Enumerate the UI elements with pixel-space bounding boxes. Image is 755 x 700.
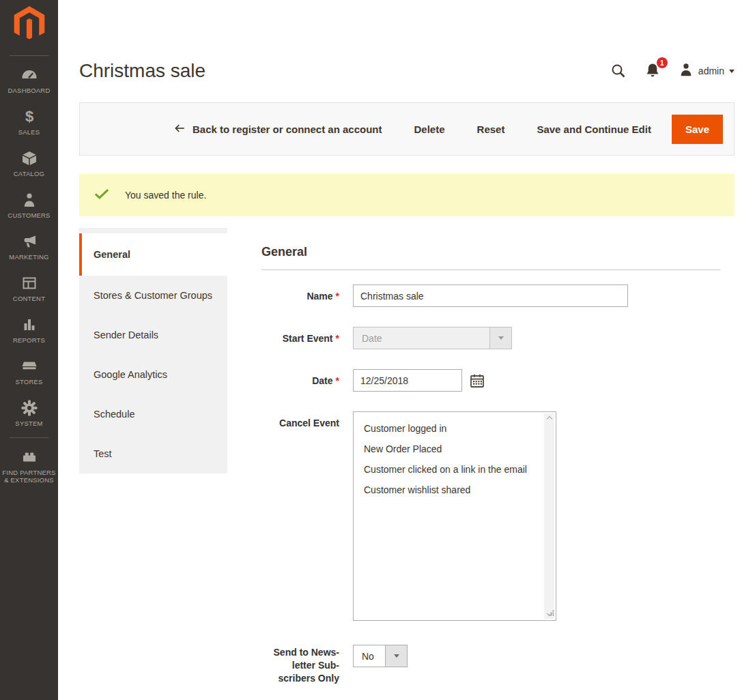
sidebar-item-label: SALES [2,128,56,136]
svg-text:$: $ [25,108,33,125]
content-icon [2,275,56,291]
date-field[interactable] [353,369,462,392]
start-event-select: Date [353,327,512,349]
admin-account-menu[interactable]: admin [679,62,735,80]
sidebar-divider [10,55,48,56]
sidebar-item-stores[interactable]: STORES [0,351,58,393]
multiselect-option[interactable]: Customer clicked on a link in the email [364,459,539,480]
back-button-label: Back to register or connect an account [193,123,382,135]
form-body: Name* Start Event* Date [261,270,735,685]
cancel-event-label: Cancel Event [261,411,339,621]
start-event-label: Start Event* [261,327,339,349]
sidebar-item-dashboard[interactable]: DASHBOARD [0,60,58,102]
tab-schedule[interactable]: Schedule [79,394,227,434]
tab-test[interactable]: Test [79,434,227,473]
search-icon[interactable] [610,63,627,79]
back-arrow-icon [173,122,186,136]
sidebar-item-label: SYSTEM [2,420,56,427]
chevron-down-icon [729,70,735,73]
field-row-start-event: Start Event* Date [261,327,735,349]
select-arrow-icon [489,327,511,349]
tab-google-analytics[interactable]: Google Analytics [79,355,227,394]
back-button[interactable]: Back to register or connect an account [173,122,382,136]
magento-logo[interactable] [0,0,58,53]
customers-icon [2,192,56,208]
reports-icon [2,317,56,333]
required-marker: * [336,333,339,344]
sidebar-item-sales[interactable]: $ SALES [0,102,58,143]
sidebar-divider [10,437,48,438]
reset-button[interactable]: Reset [477,123,505,135]
system-icon [2,400,56,416]
cancel-event-multiselect[interactable]: Customer logged in New Order Placed Cust… [353,411,556,621]
name-label: Name* [261,285,339,307]
section-title: General [261,245,720,270]
content-row: General Stores & Customer Groups Sender … [79,228,735,685]
multiselect-option[interactable]: Customer logged in [364,418,539,439]
general-form: General Name* Start Event* [261,228,735,685]
sidebar-item-label: REPORTS [2,336,56,344]
sidebar-item-customers[interactable]: CUSTOMERS [0,185,58,227]
form-tabs: General Stores & Customer Groups Sender … [79,228,227,473]
sidebar-item-find-partners[interactable]: FIND PARTNERS & EXTENSIONS [0,442,58,491]
date-label: Date* [261,369,339,392]
select-arrow-icon[interactable] [385,645,407,667]
delete-button[interactable]: Delete [414,123,445,135]
magento-logo-icon [14,6,45,44]
success-check-icon [94,188,109,203]
sidebar-item-content[interactable]: CONTENT [0,268,58,310]
main-content: Christmas sale 1 admin Back to regi [58,0,755,700]
scroll-up-icon[interactable] [546,416,552,422]
catalog-icon [2,150,56,166]
sidebar-item-label: MARKETING [2,253,56,261]
multiselect-scrollbar[interactable] [544,413,554,619]
tab-stores-customer-groups[interactable]: Stores & Customer Groups [79,276,227,315]
sidebar-item-system[interactable]: SYSTEM [0,393,58,435]
marketing-icon [2,233,56,250]
newsletter-value: No [354,645,385,667]
sidebar-item-catalog[interactable]: CATALOG [0,143,58,185]
notification-count-badge: 1 [657,57,668,68]
page-header: Christmas sale 1 admin [79,0,735,82]
required-marker: * [336,375,339,386]
page-actions-toolbar: Back to register or connect an account D… [79,102,735,156]
sidebar-item-label: CATALOG [2,170,56,177]
admin-sidebar: DASHBOARD $ SALES CATALOG CUSTOMERS MARK… [0,0,58,700]
field-row-newsletter: Send to News- letter Sub- scribers Only … [261,645,735,685]
tab-sender-details[interactable]: Sender Details [79,315,227,355]
stores-icon [2,358,56,375]
sidebar-item-label: DASHBOARD [2,87,56,94]
page-title: Christmas sale [79,60,205,82]
start-event-value: Date [354,327,489,349]
calendar-icon [469,381,485,391]
newsletter-select[interactable]: No [353,645,408,667]
sales-icon: $ [2,108,56,125]
multiselect-option[interactable]: Customer wishlist shared [364,480,539,500]
save-and-continue-button[interactable]: Save and Continue Edit [537,123,651,135]
save-button[interactable]: Save [672,115,723,144]
field-row-date: Date* [261,369,735,392]
tab-general[interactable]: General [79,233,227,276]
notifications-bell-icon[interactable]: 1 [644,62,661,80]
sidebar-item-marketing[interactable]: MARKETING [0,227,58,268]
success-message: You saved the rule. [79,174,735,216]
sidebar-item-label: STORES [2,378,56,385]
resize-grip-icon[interactable] [548,607,554,619]
dashboard-icon [2,67,56,83]
admin-username: admin [698,65,724,76]
newsletter-label: Send to News- letter Sub- scribers Only [261,645,339,685]
find-partners-icon [2,449,56,465]
sidebar-item-reports[interactable]: REPORTS [0,310,58,351]
header-actions: 1 admin [610,62,735,80]
sidebar-item-label: FIND PARTNERS & EXTENSIONS [2,469,56,484]
required-marker: * [336,291,339,302]
avatar-icon [679,62,694,80]
calendar-button[interactable] [469,373,485,391]
name-field[interactable] [353,285,628,307]
sidebar-item-label: CONTENT [2,295,56,302]
multiselect-option[interactable]: New Order Placed [364,439,539,459]
success-message-text: You saved the rule. [125,190,206,201]
field-row-cancel-event: Cancel Event Customer logged in New Orde… [261,411,735,621]
field-row-name: Name* [261,285,735,307]
sidebar-item-label: CUSTOMERS [2,212,56,219]
